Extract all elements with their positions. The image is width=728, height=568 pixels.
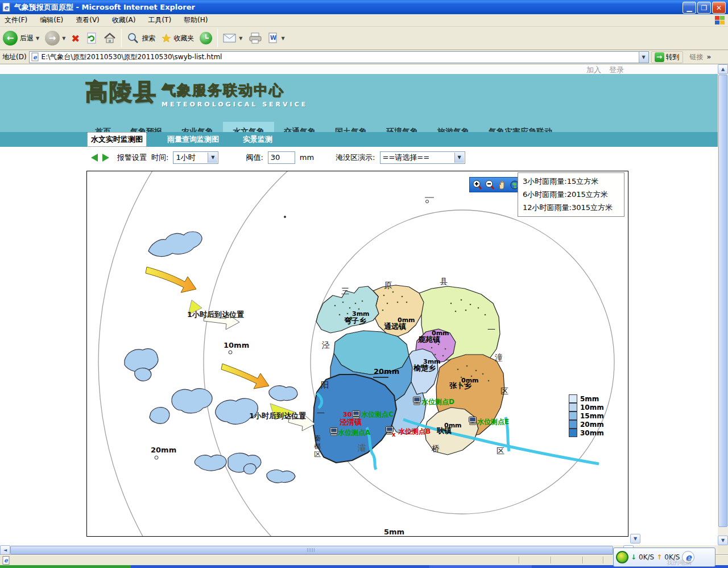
flood-select-arrow-icon[interactable]: ▼ bbox=[454, 153, 464, 163]
neighbor-qu-e: 区 bbox=[500, 386, 508, 396]
address-field[interactable]: e ▼ bbox=[29, 51, 649, 63]
back-dropdown-icon[interactable]: ▼ bbox=[36, 36, 39, 41]
scroll-left-button[interactable]: ◄ bbox=[0, 545, 10, 555]
neighbor-yang: 阳 bbox=[321, 380, 329, 389]
statusbar-separator bbox=[519, 557, 520, 563]
station-b-label: 水位测点B bbox=[398, 427, 431, 435]
mail-icon bbox=[223, 33, 237, 43]
pan-hand-icon[interactable] bbox=[497, 179, 508, 191]
station-computer-icon bbox=[330, 428, 338, 436]
history-button[interactable] bbox=[197, 28, 215, 48]
links-label[interactable]: 链接 bbox=[690, 52, 704, 62]
frame-scroll-down-button[interactable]: ▼ bbox=[630, 534, 640, 544]
print-button[interactable] bbox=[246, 28, 265, 48]
download-speed: 0K/S bbox=[639, 553, 654, 561]
neighbor-dash-left: 一 bbox=[317, 409, 325, 418]
menu-edit[interactable]: 编辑(E) bbox=[40, 15, 63, 25]
station-a[interactable]: 水位测点A bbox=[330, 428, 371, 437]
threshold-label: 阀值: bbox=[246, 153, 263, 163]
station-d[interactable]: 水位测点D bbox=[413, 397, 455, 406]
ring-label-5mm: 5mm bbox=[384, 528, 404, 536]
rain-wanzi: 3mm bbox=[352, 310, 370, 318]
back-button[interactable]: ← 后退 ▼ bbox=[0, 28, 42, 48]
legend-swatch bbox=[569, 429, 577, 437]
station-a-label: 水位测点A bbox=[337, 429, 371, 437]
rain-dot bbox=[350, 317, 353, 320]
time-select-arrow-icon[interactable]: ▼ bbox=[208, 153, 217, 163]
favorites-button[interactable]: ★ 收藏夹 bbox=[158, 28, 197, 48]
menu-help[interactable]: 帮助(H) bbox=[184, 15, 208, 25]
flood-select[interactable]: ==请选择== ▼ bbox=[380, 151, 465, 164]
neighbor-dash-right: 一 bbox=[487, 325, 495, 334]
go-label: 转到 bbox=[666, 52, 680, 62]
rain-dot bbox=[395, 323, 398, 326]
zoom-in-icon[interactable] bbox=[471, 179, 483, 191]
edit-dropdown-icon[interactable]: ▼ bbox=[282, 36, 285, 41]
menu-file[interactable]: 文件(F) bbox=[5, 15, 27, 25]
next-arrow-icon[interactable] bbox=[102, 154, 109, 162]
station-b[interactable]: x 水位测点B bbox=[386, 427, 431, 438]
stop-icon: ✖ bbox=[71, 32, 80, 44]
minimize-button[interactable]: ▁ bbox=[682, 2, 696, 14]
menu-tools[interactable]: 工具(T) bbox=[148, 15, 171, 25]
prev-arrow-icon[interactable] bbox=[91, 154, 98, 162]
threshold-input[interactable] bbox=[268, 151, 295, 164]
unit-label: mm bbox=[300, 153, 314, 162]
station-computer-icon bbox=[469, 417, 477, 425]
forward-icon: → bbox=[45, 31, 60, 46]
page-ie-icon: e bbox=[31, 52, 40, 61]
scroll-up-button[interactable]: ▲ bbox=[718, 64, 728, 74]
subtab-realtime-monitor[interactable]: 水文实时监测图 bbox=[87, 132, 147, 147]
favorites-label: 收藏夹 bbox=[173, 34, 194, 43]
mail-button[interactable]: ▼ bbox=[220, 28, 245, 48]
rain-3h: 3小时面雨量:15立方米 bbox=[523, 176, 619, 187]
rainfall-legend: 5mm 10mm 15mm 20mm 30mm bbox=[569, 394, 604, 437]
address-input[interactable] bbox=[42, 52, 627, 62]
refresh-button[interactable] bbox=[82, 28, 101, 48]
station-e[interactable]: 水位测点E bbox=[469, 417, 510, 426]
back-icon: ← bbox=[3, 31, 18, 46]
neighbor-yuan: 原 bbox=[384, 281, 392, 290]
forward-dropdown-icon[interactable]: ▼ bbox=[62, 36, 65, 41]
page-content: 加入 登录 高陵县 气象服务联动中心 METEOROLOGICAL SERVIC… bbox=[0, 64, 718, 545]
menu-favorites[interactable]: 收藏(A) bbox=[112, 15, 136, 25]
neighbor-qu-s: 区 bbox=[497, 446, 504, 455]
neighbor-qin: 秦 bbox=[314, 434, 321, 442]
home-button[interactable] bbox=[101, 28, 119, 48]
rain-dot bbox=[421, 365, 424, 368]
time-select[interactable]: 1小时 ▼ bbox=[173, 151, 218, 164]
zoom-out-icon[interactable] bbox=[484, 179, 495, 191]
flood-select-value: ==请选择== bbox=[383, 153, 430, 163]
rain-12h: 12小时面雨量:3015立方米 bbox=[523, 203, 619, 213]
site-header: 高陵县 气象服务联动中心 METEOROLOGICAL SERVICE 首页 气… bbox=[0, 74, 718, 132]
forward-button[interactable]: → ▼ bbox=[42, 28, 68, 48]
network-speed-widget[interactable]: ↓ 0K/S ↑ 0K/S e bbox=[613, 548, 715, 567]
subtab-rain-query[interactable]: 雨量查询监测图 bbox=[164, 133, 222, 146]
download-arrow-icon: ↓ bbox=[631, 553, 636, 561]
scroll-down-button[interactable]: ▼ bbox=[718, 536, 728, 545]
neighbor-tong: 潼 bbox=[495, 353, 503, 362]
menu-view[interactable]: 查看(V) bbox=[76, 15, 100, 25]
edit-button[interactable]: W ▼ bbox=[265, 28, 288, 48]
stop-button[interactable]: ✖ bbox=[68, 28, 82, 48]
ring-label-10mm: 10mm bbox=[224, 341, 249, 349]
map-area[interactable]: 1小时后到达位置 1小时后到达位置 10mm 20mm 5mm 弯子乡 3mm … bbox=[86, 171, 628, 537]
go-button[interactable]: → 转到 bbox=[651, 51, 683, 63]
legend-swatch bbox=[569, 420, 577, 429]
flood-depth-label: 20mm bbox=[374, 367, 399, 376]
close-button[interactable]: ✕ bbox=[712, 2, 726, 14]
links-chevron-icon[interactable]: » bbox=[707, 53, 712, 61]
neighbor-qu-sw: 区 bbox=[314, 450, 321, 458]
rain-dot bbox=[429, 336, 432, 339]
address-dropdown-icon[interactable]: ▼ bbox=[639, 52, 648, 63]
toolbar-separator bbox=[217, 29, 218, 47]
subtab-live-view[interactable]: 实景监测 bbox=[239, 133, 276, 146]
vertical-scroll-thumb[interactable] bbox=[718, 75, 727, 527]
rain-6h: 6小时面雨量:2015立方米 bbox=[523, 190, 619, 200]
search-button[interactable]: 搜索 bbox=[124, 28, 158, 48]
mail-dropdown-icon[interactable]: ▼ bbox=[239, 36, 242, 41]
address-bar: 地址(D) e ▼ → 转到 链接 » bbox=[0, 50, 728, 64]
restore-button[interactable]: ❐ bbox=[697, 2, 711, 14]
legend-swatch bbox=[569, 394, 577, 403]
status-page-icon: e bbox=[2, 556, 11, 565]
